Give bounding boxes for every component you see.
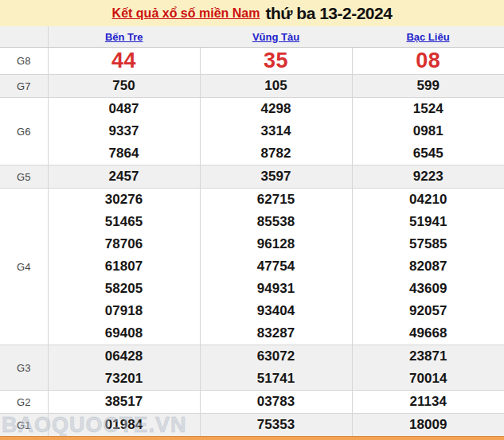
prize-value: 73201 bbox=[48, 368, 200, 391]
prize-label-g7: G7 bbox=[0, 75, 48, 98]
column-header-bac-lieu: Bạc Liêu bbox=[352, 26, 504, 48]
table-row-g7: G7 750 105 599 bbox=[0, 75, 504, 98]
prize-value: 07918 bbox=[48, 300, 200, 322]
prize-value: 7864 bbox=[48, 142, 200, 165]
prize-value: 58205 bbox=[48, 278, 200, 300]
prize-value: 3597 bbox=[200, 165, 352, 189]
table-row-g6-1: G6 0487 4298 1524 bbox=[0, 98, 504, 121]
prize-value: 51941 bbox=[352, 211, 504, 233]
prize-value: 105 bbox=[200, 75, 352, 98]
table-row-g1: G1 01984 75353 18009 bbox=[0, 414, 504, 437]
table-row-g3-2: 73201 51741 70014 bbox=[0, 368, 504, 391]
corner-cell bbox=[0, 26, 48, 48]
prize-value: 85538 bbox=[200, 211, 352, 233]
prize-value: 08 bbox=[352, 48, 504, 75]
prize-value: 0981 bbox=[352, 120, 504, 142]
prize-label-g6: G6 bbox=[0, 98, 48, 165]
lottery-results-table: Bến Tre Vũng Tàu Bạc Liêu G8 44 35 08 G7… bbox=[0, 26, 504, 440]
table-row-g6-2: 9337 3314 0981 bbox=[0, 120, 504, 142]
prize-value: 51741 bbox=[200, 368, 352, 391]
prize-value: 78706 bbox=[48, 233, 200, 255]
prize-value: 93404 bbox=[200, 300, 352, 322]
prize-value: 2457 bbox=[48, 165, 200, 189]
prize-value: 82087 bbox=[352, 255, 504, 278]
column-header-ben-tre: Bến Tre bbox=[48, 26, 200, 48]
page-title: Kết quả xổ số miền Nam thứ ba 13-2-2024 bbox=[0, 0, 504, 26]
column-header-vung-tau: Vũng Tàu bbox=[200, 26, 352, 48]
province-link-ben-tre[interactable]: Bến Tre bbox=[105, 31, 143, 43]
region-title-link[interactable]: Kết quả xổ số miền Nam bbox=[112, 6, 260, 21]
prize-value: 70014 bbox=[352, 368, 504, 391]
table-row-g5: G5 2457 3597 9223 bbox=[0, 165, 504, 189]
prize-value: 0487 bbox=[48, 98, 200, 121]
prize-value: 38517 bbox=[48, 391, 200, 414]
prize-value: 63072 bbox=[200, 345, 352, 368]
prize-value: 06428 bbox=[48, 345, 200, 368]
table-row-g2: G2 38517 03783 21134 bbox=[0, 391, 504, 414]
prize-value: 43609 bbox=[352, 278, 504, 300]
province-link-vung-tau[interactable]: Vũng Tàu bbox=[252, 31, 299, 43]
province-link-bac-lieu[interactable]: Bạc Liêu bbox=[406, 31, 449, 43]
prize-value: 57585 bbox=[352, 233, 504, 255]
prize-label-g3: G3 bbox=[0, 345, 48, 391]
bottom-accent-bar bbox=[0, 436, 504, 440]
table-row-g4-6: 07918 93404 92057 bbox=[0, 300, 504, 322]
prize-value: 3314 bbox=[200, 120, 352, 142]
prize-value: 03783 bbox=[200, 391, 352, 414]
prize-label-g8: G8 bbox=[0, 48, 48, 75]
prize-value: 1524 bbox=[352, 98, 504, 121]
table-row-g3-1: G3 06428 63072 23871 bbox=[0, 345, 504, 368]
prize-label-g4: G4 bbox=[0, 189, 48, 345]
table-row-g4-4: 61807 47754 82087 bbox=[0, 255, 504, 278]
prize-value: 18009 bbox=[352, 414, 504, 437]
prize-value: 47754 bbox=[200, 255, 352, 278]
prize-value: 61807 bbox=[48, 255, 200, 278]
prize-value: 23871 bbox=[352, 345, 504, 368]
prize-value: 94931 bbox=[200, 278, 352, 300]
prize-value: 599 bbox=[352, 75, 504, 98]
column-header-row: Bến Tre Vũng Tàu Bạc Liêu bbox=[0, 26, 504, 48]
table-row-g4-1: G4 30276 62715 04210 bbox=[0, 189, 504, 212]
prize-value: 21134 bbox=[352, 391, 504, 414]
prize-value: 35 bbox=[200, 48, 352, 75]
prize-value: 96128 bbox=[200, 233, 352, 255]
prize-value: 69408 bbox=[48, 322, 200, 345]
table-row-g4-3: 78706 96128 57585 bbox=[0, 233, 504, 255]
table-row-g4-2: 51465 85538 51941 bbox=[0, 211, 504, 233]
prize-value: 9223 bbox=[352, 165, 504, 189]
prize-value: 750 bbox=[48, 75, 200, 98]
table-row-g8: G8 44 35 08 bbox=[0, 48, 504, 75]
table-row-g4-5: 58205 94931 43609 bbox=[0, 278, 504, 300]
prize-value: 9337 bbox=[48, 120, 200, 142]
prize-value: 8782 bbox=[200, 142, 352, 165]
prize-value: 83287 bbox=[200, 322, 352, 345]
table-row-g4-7: 69408 83287 49668 bbox=[0, 322, 504, 345]
prize-value: 75353 bbox=[200, 414, 352, 437]
prize-value: 92057 bbox=[352, 300, 504, 322]
table-row-g6-3: 7864 8782 6545 bbox=[0, 142, 504, 165]
prize-value: 62715 bbox=[200, 189, 352, 212]
prize-value: 30276 bbox=[48, 189, 200, 212]
prize-value: 44 bbox=[48, 48, 200, 75]
prize-value: 51465 bbox=[48, 211, 200, 233]
prize-label-g5: G5 bbox=[0, 165, 48, 189]
prize-value: 6545 bbox=[352, 142, 504, 165]
draw-date: thứ ba 13-2-2024 bbox=[265, 4, 392, 23]
prize-value: 01984 bbox=[48, 414, 200, 437]
prize-label-g1: G1 bbox=[0, 414, 48, 437]
prize-value: 49668 bbox=[352, 322, 504, 345]
prize-label-g2: G2 bbox=[0, 391, 48, 414]
prize-value: 04210 bbox=[352, 189, 504, 212]
prize-value: 4298 bbox=[200, 98, 352, 121]
